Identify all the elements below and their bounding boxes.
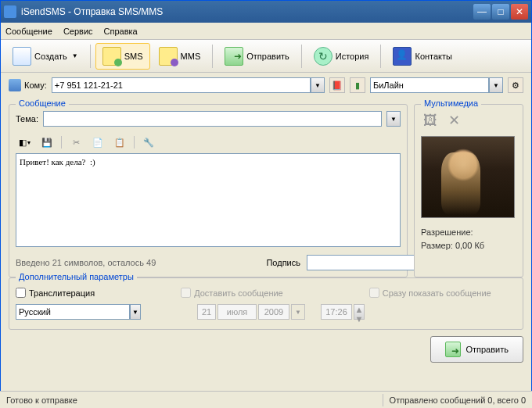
message-group: Сообщение Тема: ▼ ◧▼ 💾 ✂ 📄 📋 🔧 Привет! к… <box>9 104 408 277</box>
address-book-icon[interactable]: 📕 <box>329 77 345 93</box>
signature-combo[interactable]: ▼ <box>307 255 401 270</box>
recipient-icon <box>9 79 21 91</box>
separator <box>301 45 302 68</box>
menu-service[interactable]: Сервис <box>63 27 93 36</box>
separator <box>61 136 62 149</box>
advanced-group: Дополнительный параметры Транслитерация … <box>9 277 523 330</box>
chevron-down-icon: ▼ <box>72 52 78 59</box>
insert-icon[interactable]: 🔧 <box>141 134 156 150</box>
sim-icon[interactable]: ▮ <box>350 77 365 93</box>
time-picker: ▲▼ <box>321 304 365 320</box>
separator <box>212 45 213 68</box>
minimize-button[interactable]: — <box>473 4 491 20</box>
paste-icon[interactable]: 📋 <box>112 134 128 150</box>
phone-dropdown-button[interactable]: ▼ <box>311 77 325 93</box>
signature-input[interactable] <box>307 255 416 270</box>
provider-settings-icon[interactable]: ⚙ <box>508 77 523 93</box>
phone-combo[interactable]: ▼ <box>52 77 325 93</box>
date-day <box>197 304 216 320</box>
advanced-legend: Дополнительный параметры <box>16 272 137 281</box>
translit-checkbox[interactable]: Транслитерация <box>16 288 95 298</box>
resolution-label: Разрешение: <box>421 227 473 237</box>
contacts-icon <box>393 47 412 66</box>
language-dropdown-button[interactable]: ▼ <box>130 304 141 320</box>
show-now-input <box>369 288 379 298</box>
language-combo[interactable]: ▼ <box>16 304 141 320</box>
toolbar: Создать ▼ SMS MMS Отправить История Конт… <box>1 40 531 73</box>
translit-input[interactable] <box>16 288 26 298</box>
status-bar: Готово к отправке Отправлено сообщений 0… <box>0 391 532 408</box>
signature-label: Подпись <box>266 258 300 267</box>
deliver-label: Доставить сообщение <box>194 288 283 298</box>
size-label: Размер: <box>421 241 453 250</box>
separator <box>380 45 381 68</box>
toolbar-send-button[interactable]: Отправить <box>217 43 297 70</box>
send-icon <box>445 342 461 357</box>
menu-help[interactable]: Справка <box>104 27 138 36</box>
multimedia-group: Мультимедиа 🖼 ✕ Разрешение: Размер: 0,00… <box>414 104 523 277</box>
size-value: 0,00 Кб <box>455 241 484 250</box>
date-month <box>217 304 257 320</box>
menu-message[interactable]: Сообщение <box>5 27 52 36</box>
language-input[interactable] <box>16 304 130 320</box>
window-title: iSendSMS - Отправка SMS/MMS <box>21 6 473 17</box>
menu-bar: Сообщение Сервис Справка <box>1 23 531 40</box>
save-icon[interactable]: 💾 <box>39 134 55 150</box>
separator <box>383 394 383 406</box>
provider-dropdown-button[interactable]: ▼ <box>489 77 503 93</box>
multimedia-info: Разрешение: Размер: 0,00 Кб <box>421 226 516 252</box>
attach-image-icon[interactable]: 🖼 <box>421 111 440 130</box>
app-icon <box>4 5 16 18</box>
send-icon <box>225 47 243 66</box>
copy-icon[interactable]: 📄 <box>90 134 106 150</box>
mms-icon <box>159 47 178 66</box>
delete-icon[interactable]: ✕ <box>444 111 463 130</box>
mms-tab[interactable]: MMS <box>152 43 208 70</box>
to-label: Кому: <box>24 81 47 90</box>
document-icon <box>13 47 31 66</box>
date-dropdown-button: ▼ <box>291 304 305 320</box>
send-button[interactable]: Отправить <box>430 336 523 363</box>
translit-label: Транслитерация <box>29 288 95 298</box>
maximize-button[interactable]: □ <box>492 4 509 20</box>
status-sent: Отправлено сообщений 0, всего 0 <box>390 395 526 405</box>
sms-tab[interactable]: SMS <box>95 43 150 70</box>
multimedia-preview[interactable] <box>421 136 515 218</box>
title-bar: iSendSMS - Отправка SMS/MMS — □ ✕ <box>1 1 531 23</box>
time-input <box>321 304 352 320</box>
time-spinner: ▲▼ <box>354 304 365 320</box>
deliver-input <box>181 288 191 298</box>
message-legend: Сообщение <box>16 98 69 108</box>
send-button-label: Отправить <box>466 345 509 354</box>
create-button[interactable]: Создать ▼ <box>5 43 85 70</box>
cut-icon[interactable]: ✂ <box>68 134 84 150</box>
deliver-checkbox: Доставить сообщение <box>181 288 283 298</box>
to-label-group: Кому: <box>9 79 47 91</box>
multimedia-legend: Мультимедиа <box>421 98 481 108</box>
edit-toolbar: ◧▼ 💾 ✂ 📄 📋 🔧 <box>16 131 401 153</box>
create-label: Создать <box>34 52 67 61</box>
theme-label: Тема: <box>16 114 38 123</box>
show-now-label: Сразу показать сообщение <box>383 288 491 298</box>
sms-label: SMS <box>124 52 143 61</box>
show-now-checkbox: Сразу показать сообщение <box>369 288 491 298</box>
phone-input[interactable] <box>52 77 311 93</box>
send-label: Отправить <box>246 52 289 61</box>
theme-input[interactable] <box>43 111 382 127</box>
contacts-button[interactable]: Контакты <box>386 43 459 70</box>
history-button[interactable]: История <box>307 43 376 70</box>
provider-input[interactable] <box>370 77 489 93</box>
separator <box>90 45 91 68</box>
eraser-icon[interactable]: ◧▼ <box>17 134 33 150</box>
mms-label: MMS <box>181 52 201 61</box>
status-ready: Готово к отправке <box>6 395 376 405</box>
recipient-row: Кому: ▼ 📕 ▮ ▼ ⚙ <box>1 73 531 98</box>
contacts-label: Контакты <box>415 52 452 61</box>
history-label: История <box>336 52 369 61</box>
theme-dropdown-button[interactable]: ▼ <box>386 111 401 127</box>
char-count: Введено 21 символов, осталось 49 <box>16 258 260 267</box>
close-button[interactable]: ✕ <box>511 4 528 20</box>
message-textarea[interactable]: Привет! как дела? :) <box>16 153 401 247</box>
date-picker: ▼ <box>197 304 305 320</box>
provider-combo[interactable]: ▼ <box>370 77 503 93</box>
